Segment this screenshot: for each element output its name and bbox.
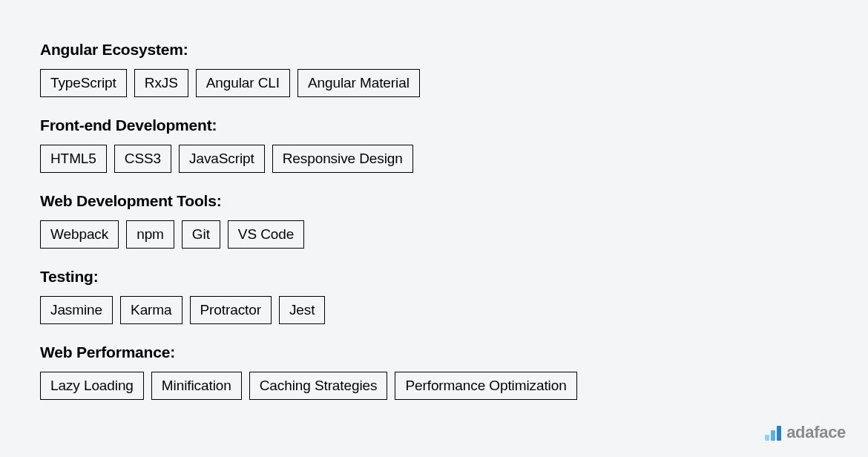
- skill-tag: Protractor: [190, 296, 272, 324]
- skill-tag: RxJS: [134, 69, 188, 97]
- section-title: Angular Ecosystem:: [40, 41, 828, 59]
- section-title: Web Performance:: [40, 343, 828, 361]
- section-title: Testing:: [40, 268, 828, 286]
- skill-tag: Lazy Loading: [40, 372, 144, 400]
- skill-section: Front-end Development:HTML5CSS3JavaScrip…: [40, 116, 828, 173]
- skill-tag: Responsive Design: [272, 145, 413, 173]
- skill-tag: Git: [182, 220, 220, 249]
- skill-section: Angular Ecosystem:TypeScriptRxJSAngular …: [40, 41, 828, 97]
- skill-tag: Angular CLI: [196, 69, 290, 97]
- skill-tag: Minification: [151, 372, 242, 400]
- skill-tag: CSS3: [114, 145, 171, 173]
- skill-tag: TypeScript: [40, 69, 127, 97]
- skill-tag: Caching Strategies: [249, 372, 388, 400]
- section-title: Front-end Development:: [40, 116, 828, 134]
- skill-tag: Jasmine: [40, 296, 113, 324]
- brand-logo: adaface: [765, 424, 846, 441]
- tag-group: TypeScriptRxJSAngular CLIAngular Materia…: [40, 69, 828, 97]
- skill-tag: npm: [126, 220, 174, 249]
- skill-tag: Performance Optimization: [395, 372, 576, 400]
- skill-categories-container: Angular Ecosystem:TypeScriptRxJSAngular …: [40, 41, 828, 400]
- tag-group: WebpacknpmGitVS Code: [40, 220, 828, 249]
- skill-tag: Angular Material: [297, 69, 420, 97]
- skill-tag: JavaScript: [179, 145, 265, 173]
- section-title: Web Development Tools:: [40, 192, 828, 210]
- skill-tag: Webpack: [40, 220, 119, 249]
- tag-group: HTML5CSS3JavaScriptResponsive Design: [40, 145, 828, 173]
- skill-section: Web Development Tools:WebpacknpmGitVS Co…: [40, 192, 828, 249]
- skill-section: Testing:JasmineKarmaProtractorJest: [40, 268, 828, 324]
- tag-group: JasmineKarmaProtractorJest: [40, 296, 828, 324]
- brand-name: adaface: [786, 424, 846, 441]
- skill-section: Web Performance:Lazy LoadingMinification…: [40, 343, 828, 400]
- skill-tag: VS Code: [228, 220, 304, 249]
- skill-tag: Jest: [279, 296, 325, 324]
- bar-chart-icon: [765, 426, 781, 441]
- skill-tag: HTML5: [40, 145, 107, 173]
- tag-group: Lazy LoadingMinificationCaching Strategi…: [40, 372, 828, 400]
- skill-tag: Karma: [120, 296, 182, 324]
